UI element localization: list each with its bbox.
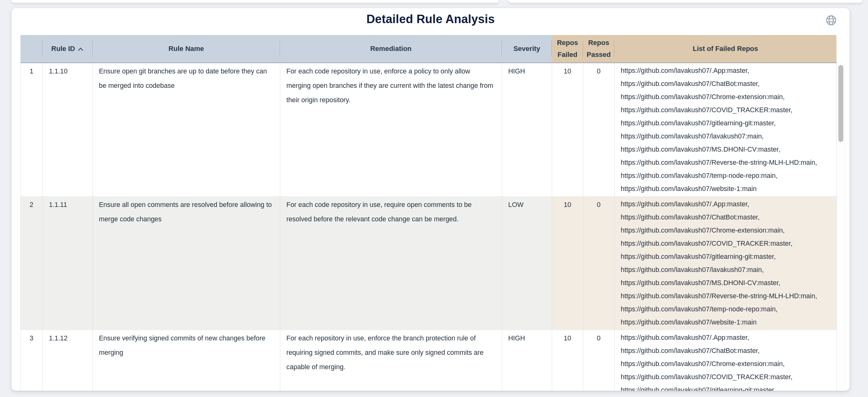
- page-title: Detailed Rule Analysis: [11, 12, 849, 26]
- globe-icon[interactable]: [825, 14, 837, 26]
- cell-rule-name: Ensure open git branches are up to date …: [92, 63, 280, 196]
- partial-card-above-left: [11, 0, 499, 3]
- column-header-repos-failed[interactable]: Repos Failed: [552, 35, 583, 63]
- cell-remediation: For each code repository in use, enforce…: [280, 63, 502, 196]
- cell-repos-passed: 0: [583, 196, 614, 330]
- column-header-list-of-failed-repos[interactable]: List of Failed Repos: [614, 35, 836, 63]
- table-row: 2 1.1.11 Ensure all open comments are re…: [21, 196, 836, 330]
- column-header-repos-passed[interactable]: Repos Passed: [583, 35, 614, 63]
- cell-failed-repos-list: https://github.com/lavakush07/.App:maste…: [614, 330, 836, 391]
- column-header-severity[interactable]: Severity: [502, 35, 552, 63]
- vertical-scrollbar-thumb[interactable]: [838, 65, 843, 142]
- column-header-index: [21, 35, 42, 63]
- cell-repos-failed: 10: [552, 196, 583, 330]
- vertical-scrollbar-track[interactable]: [838, 64, 844, 390]
- rule-analysis-table-viewport: Rule ID Rule Name Remediation Severity R…: [20, 35, 837, 391]
- cell-repos-failed: 10: [552, 330, 583, 391]
- cell-severity: HIGH: [502, 63, 552, 196]
- cell-rule-name: Ensure all open comments are resolved be…: [92, 196, 280, 330]
- detailed-rule-analysis-card: Detailed Rule Analysis Rule ID: [11, 8, 849, 391]
- table-row: 3 1.1.12 Ensure verifying signed commits…: [21, 330, 836, 391]
- column-header-rule-id-label: Rule ID: [51, 45, 75, 53]
- partial-card-above-right: [508, 0, 862, 3]
- cell-row-number: 2: [21, 196, 42, 330]
- cell-failed-repos-list: https://github.com/lavakush07/.App:maste…: [614, 196, 836, 330]
- cell-severity: HIGH: [502, 330, 552, 391]
- cell-rule-id: 1.1.11: [42, 196, 92, 330]
- column-header-rule-name[interactable]: Rule Name: [92, 35, 280, 63]
- column-header-rule-id[interactable]: Rule ID: [42, 35, 92, 63]
- cell-row-number: 3: [21, 330, 42, 391]
- sort-ascending-icon: [78, 47, 84, 51]
- cell-remediation: For each code repository in use, require…: [280, 196, 502, 330]
- column-header-remediation[interactable]: Remediation: [280, 35, 502, 63]
- table-body: 1 1.1.10 Ensure open git branches are up…: [21, 63, 836, 391]
- cell-rule-id: 1.1.10: [42, 63, 92, 196]
- cell-remediation: For each repository in use, enforce the …: [280, 330, 502, 391]
- cell-row-number: 1: [21, 63, 42, 196]
- cell-rule-name: Ensure verifying signed commits of new c…: [92, 330, 280, 391]
- cell-severity: LOW: [502, 196, 552, 330]
- cell-failed-repos-list: https://github.com/lavakush07/.App:maste…: [614, 63, 836, 196]
- table-row: 1 1.1.10 Ensure open git branches are up…: [21, 63, 836, 196]
- rule-analysis-table: Rule ID Rule Name Remediation Severity R…: [21, 35, 837, 391]
- cell-repos-passed: 0: [583, 330, 614, 391]
- cell-repos-failed: 10: [552, 63, 583, 196]
- header-row: Rule ID Rule Name Remediation Severity R…: [21, 35, 836, 63]
- cell-repos-passed: 0: [583, 63, 614, 196]
- cell-rule-id: 1.1.12: [42, 330, 92, 391]
